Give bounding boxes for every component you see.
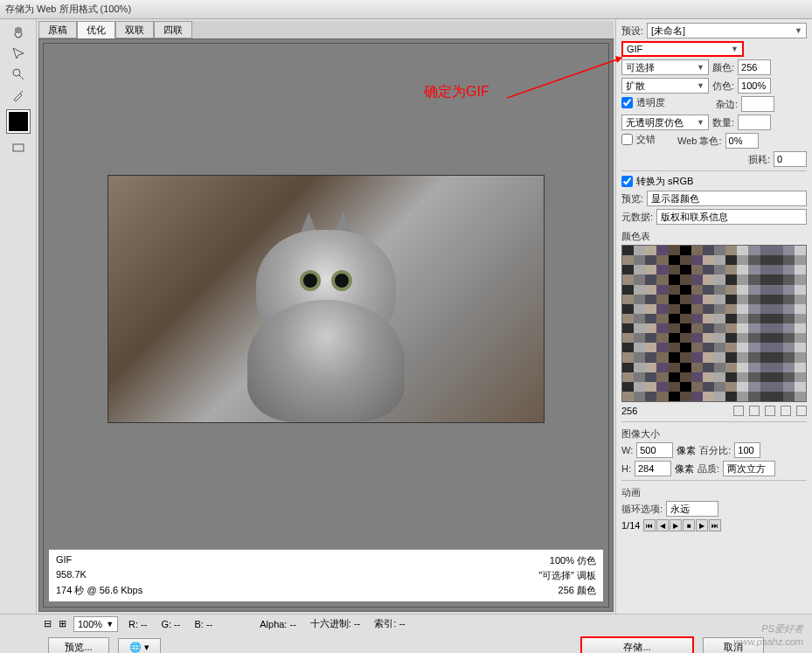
color-swatch-cell[interactable] (772, 246, 783, 255)
color-swatch-cell[interactable] (634, 265, 645, 274)
color-swatch-cell[interactable] (795, 382, 806, 392)
color-swatch-cell[interactable] (772, 333, 783, 343)
color-swatch-cell[interactable] (760, 363, 772, 372)
color-swatch-cell[interactable] (622, 295, 634, 304)
color-swatch-cell[interactable] (634, 246, 645, 255)
color-swatch-cell[interactable] (645, 304, 656, 314)
color-swatch-cell[interactable] (783, 265, 795, 274)
color-swatch-cell[interactable] (783, 363, 795, 372)
color-swatch-cell[interactable] (656, 392, 668, 401)
color-swatch-cell[interactable] (795, 333, 806, 343)
color-swatch-cell[interactable] (680, 304, 691, 314)
color-swatch-cell[interactable] (691, 265, 703, 274)
foreground-color[interactable] (7, 110, 30, 133)
color-swatch-cell[interactable] (691, 343, 703, 352)
color-swatch-cell[interactable] (669, 285, 680, 295)
color-swatch-cell[interactable] (760, 382, 772, 392)
matte-input[interactable] (741, 96, 774, 112)
color-swatch-cell[interactable] (795, 285, 806, 295)
color-swatch-cell[interactable] (760, 246, 772, 255)
color-swatch-cell[interactable] (622, 382, 634, 392)
percent-input[interactable] (734, 442, 760, 458)
color-swatch-cell[interactable] (703, 333, 714, 343)
interlace-checkbox[interactable] (621, 134, 633, 145)
color-swatch-cell[interactable] (680, 255, 691, 265)
zoom-select[interactable]: 100% ▼ (73, 616, 118, 632)
color-swatch-cell[interactable] (656, 314, 668, 323)
color-swatch-cell[interactable] (748, 295, 760, 304)
color-swatch-cell[interactable] (772, 392, 783, 401)
colors-input[interactable] (738, 59, 771, 75)
color-swatch-cell[interactable] (622, 392, 634, 401)
color-swatch-cell[interactable] (772, 304, 783, 314)
loop-dropdown[interactable]: 永远 (666, 501, 718, 517)
color-swatch-cell[interactable] (703, 323, 714, 333)
next-frame-button[interactable]: ▶ (696, 519, 708, 531)
color-swatch-cell[interactable] (783, 323, 795, 333)
color-swatch-cell[interactable] (760, 314, 772, 323)
color-swatch-cell[interactable] (645, 392, 656, 401)
color-swatch-cell[interactable] (725, 314, 737, 323)
color-swatch-cell[interactable] (680, 343, 691, 352)
color-swatch-cell[interactable] (737, 392, 748, 401)
color-swatch-cell[interactable] (691, 295, 703, 304)
color-swatch-cell[interactable] (645, 352, 656, 362)
color-swatch-cell[interactable] (703, 295, 714, 304)
color-swatch-cell[interactable] (680, 274, 691, 284)
color-swatch-cell[interactable] (772, 352, 783, 362)
color-swatch-cell[interactable] (634, 295, 645, 304)
color-swatch-cell[interactable] (725, 274, 737, 284)
color-swatch-cell[interactable] (714, 372, 725, 382)
tab-optimized[interactable]: 优化 (77, 21, 115, 38)
color-swatch-cell[interactable] (748, 265, 760, 274)
color-swatch-cell[interactable] (783, 304, 795, 314)
color-swatch-cell[interactable] (634, 372, 645, 382)
color-swatch-cell[interactable] (680, 265, 691, 274)
color-swatch-cell[interactable] (669, 255, 680, 265)
color-swatch-cell[interactable] (691, 314, 703, 323)
color-swatch-cell[interactable] (656, 246, 668, 255)
color-swatch-cell[interactable] (669, 295, 680, 304)
color-swatch-cell[interactable] (783, 255, 795, 265)
dither-method-dropdown[interactable]: 扩散 ▼ (621, 78, 709, 94)
color-swatch-cell[interactable] (714, 265, 725, 274)
color-swatch-cell[interactable] (760, 343, 772, 352)
color-swatch-cell[interactable] (737, 333, 748, 343)
color-swatch-cell[interactable] (795, 363, 806, 372)
color-swatch-cell[interactable] (703, 314, 714, 323)
height-input[interactable] (635, 461, 671, 476)
color-swatch-cell[interactable] (737, 363, 748, 372)
color-swatch-cell[interactable] (737, 295, 748, 304)
color-swatch-cell[interactable] (656, 285, 668, 295)
color-swatch-cell[interactable] (760, 352, 772, 362)
color-swatch-cell[interactable] (760, 295, 772, 304)
color-swatch-cell[interactable] (783, 274, 795, 284)
color-swatch-cell[interactable] (703, 343, 714, 352)
color-swatch-cell[interactable] (714, 363, 725, 372)
stop-button[interactable]: ■ (683, 519, 695, 531)
color-swatch-cell[interactable] (645, 265, 656, 274)
color-swatch-cell[interactable] (680, 352, 691, 362)
color-swatch-cell[interactable] (656, 352, 668, 362)
color-swatch-cell[interactable] (634, 274, 645, 284)
color-swatch-cell[interactable] (760, 333, 772, 343)
color-swatch-cell[interactable] (714, 333, 725, 343)
preview-button[interactable]: 预览... (48, 637, 109, 653)
zoom-tool[interactable] (9, 65, 28, 84)
color-table[interactable] (621, 245, 807, 402)
color-swatch-cell[interactable] (748, 274, 760, 284)
browser-preview-button[interactable]: 🌐 ▾ (118, 638, 161, 653)
color-swatch-cell[interactable] (795, 265, 806, 274)
color-swatch-cell[interactable] (737, 343, 748, 352)
color-swatch-cell[interactable] (725, 333, 737, 343)
color-swatch-cell[interactable] (680, 372, 691, 382)
color-swatch-cell[interactable] (795, 343, 806, 352)
color-swatch-cell[interactable] (669, 246, 680, 255)
lossy-input[interactable] (774, 151, 807, 167)
color-swatch-cell[interactable] (669, 382, 680, 392)
color-swatch-cell[interactable] (748, 363, 760, 372)
slice-visibility[interactable] (9, 138, 28, 157)
color-swatch-cell[interactable] (783, 392, 795, 401)
width-input[interactable] (636, 442, 673, 458)
color-swatch-cell[interactable] (622, 314, 634, 323)
